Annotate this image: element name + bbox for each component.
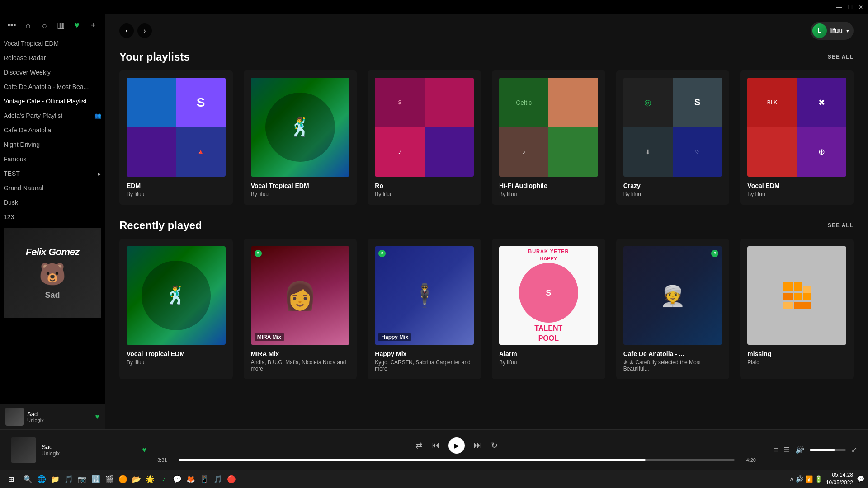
sidebar-item-night-driving[interactable]: Night Driving	[0, 137, 105, 152]
sidebar-item-cafe-most[interactable]: Cafe De Anatolia - Most Bea...	[0, 80, 105, 94]
repeat-button[interactable]: ↻	[491, 441, 498, 450]
sidebar-item-cafe-de-anatolia[interactable]: Cafe De Anatolia	[0, 123, 105, 137]
sidebar-item-discover-weekly[interactable]: Discover Weekly	[0, 65, 105, 80]
dots-icon[interactable]: •••	[7, 20, 16, 31]
taskbar-orange-icon[interactable]: 🟠	[117, 473, 129, 485]
playlist-name-crazy: Crazy	[623, 182, 722, 189]
volume-slider[interactable]	[810, 449, 846, 451]
user-menu-button[interactable]: L lifuu ▼	[811, 22, 854, 40]
recent-cover-mira: 👩 MIRA Mix S	[251, 246, 350, 345]
systray-up-icon[interactable]: ∧	[789, 475, 794, 483]
close-button[interactable]: ✕	[857, 4, 864, 11]
recent-card-missing[interactable]: missing Plaid	[740, 239, 854, 380]
systray-battery-icon[interactable]: 🔋	[815, 475, 822, 483]
play-pause-button[interactable]: ▶	[448, 437, 465, 454]
taskbar-media2-icon[interactable]: 🎬	[103, 473, 116, 485]
taskbar-calc-icon[interactable]: 🔢	[90, 473, 102, 485]
recent-card-cafe[interactable]: 👳 S Cafe De Anatolia - ... ❋ ❋ Carefully…	[616, 239, 730, 380]
taskbar-folder-icon[interactable]: 📂	[130, 473, 143, 485]
taskbar-discord-icon[interactable]: 💬	[171, 473, 184, 485]
taskbar-search-icon[interactable]: 🔍	[22, 473, 34, 485]
sidebar-image-felix[interactable]: Felix Gomez 🐻 Sad	[4, 228, 101, 318]
taskbar-red-icon[interactable]: 🔴	[225, 473, 238, 485]
sidebar-item-test[interactable]: TEST ▶	[0, 166, 105, 181]
forward-button[interactable]: ›	[137, 23, 152, 38]
recent-name-alarm: Alarm	[499, 350, 598, 357]
playlist-owner-crazy: By lifuu	[623, 191, 722, 197]
playlist-name-vtedm: Vocal Tropical EDM	[251, 182, 350, 189]
playlist-card-crazy[interactable]: ◎ S ⬇ ♡ Crazy By lifuu	[616, 70, 730, 205]
playlist-card-vedm[interactable]: BLK ✖ ⊕ Vocal EDM By lifuu	[740, 70, 854, 205]
sidebar-item-vocal-tropical-edm[interactable]: Vocal Tropical EDM	[0, 36, 105, 51]
taskbar-app-icon[interactable]: 🎵	[212, 473, 224, 485]
taskbar-clock[interactable]: 05:14:28 10/05/2022	[826, 471, 853, 487]
fullscreen-button[interactable]: ⤢	[851, 446, 857, 454]
taskbar-whatsapp-icon[interactable]: 📱	[198, 473, 211, 485]
progress-fill	[179, 459, 646, 461]
player-bar: Sad Unlogix ♥ ⇄ ⏮ ▶ ⏭ ↻ 3:31 4:20 ≡ ☰ 🔊 …	[0, 429, 868, 470]
player-track-info: Sad Unlogix ♥	[11, 437, 146, 463]
recent-card-alarm[interactable]: BURAK YETER HAPPY S TALENT POOL Alarm By…	[492, 239, 605, 380]
maximize-button[interactable]: ❐	[846, 4, 854, 11]
volume-button[interactable]: 🔊	[795, 446, 804, 454]
your-playlists-see-all[interactable]: SEE ALL	[828, 54, 854, 60]
search-icon[interactable]: ⌕	[40, 20, 49, 31]
sidebar-item-famous[interactable]: Famous	[0, 152, 105, 166]
taskbar-media-icon[interactable]: 🎵	[62, 473, 75, 485]
total-time: 4:20	[740, 457, 756, 463]
start-button[interactable]: ⊞	[4, 472, 18, 486]
mira-spotify-dot: S	[255, 250, 262, 257]
recent-cover-happy: 🕴 Happy Mix S	[375, 246, 474, 345]
shuffle-button[interactable]: ⇄	[415, 441, 422, 450]
systray-volume-icon[interactable]: 🔊	[796, 475, 803, 483]
previous-button[interactable]: ⏮	[431, 441, 439, 450]
queue-button[interactable]: ☰	[783, 446, 790, 454]
next-button[interactable]: ⏭	[474, 441, 482, 450]
sidebar-item-dusk[interactable]: Dusk	[0, 195, 105, 210]
user-dropdown-icon: ▼	[845, 28, 850, 33]
minimize-button[interactable]: —	[835, 4, 843, 11]
recent-card-vtedm[interactable]: 🕺 Vocal Tropical EDM By lifuu	[119, 239, 233, 380]
taskbar-icons: 🔍 🌐 📁 🎵 📷 🔢 🎬 🟠 📂 🌟 ♪ 💬 🦊 📱 🎵 🔴	[22, 473, 238, 485]
back-button[interactable]: ‹	[119, 23, 134, 38]
playlist-card-hifi[interactable]: Celtic ♪ Hi-Fi Audiophile By lifuu	[492, 70, 605, 205]
taskbar-firefox-icon[interactable]: 🦊	[184, 473, 197, 485]
taskbar-photos-icon[interactable]: 📷	[76, 473, 89, 485]
library-icon[interactable]: ▥	[56, 20, 65, 31]
sidebar-item-release-radar[interactable]: Release Radar	[0, 51, 105, 65]
recently-played-title: Recently played	[119, 219, 202, 232]
sidebar-item-adelas-party[interactable]: Adela's Party Playlist 👥	[0, 108, 105, 123]
add-playlist-icon[interactable]: +	[89, 20, 98, 31]
sidebar-item-vintage-cafe[interactable]: Vintage Café - Official Playlist	[0, 94, 105, 108]
systray-network-icon[interactable]: 📶	[805, 475, 813, 483]
mira-mix-label: MIRA Mix	[255, 333, 284, 341]
playlist-cover-hifi: Celtic ♪	[499, 78, 598, 177]
taskbar-file-icon[interactable]: 📁	[49, 473, 61, 485]
taskbar-edge-icon[interactable]: 🌐	[35, 473, 48, 485]
playlist-name-edm: EDM	[127, 182, 226, 189]
like-button[interactable]: ♥	[142, 446, 147, 454]
recent-name-mira: MIRA Mix	[251, 350, 350, 357]
taskbar-star-icon[interactable]: 🌟	[144, 473, 156, 485]
top-navigation: ‹ › L lifuu ▼	[105, 14, 868, 43]
recent-owner-missing: Plaid	[747, 359, 846, 366]
home-icon[interactable]: ⌂	[24, 20, 33, 31]
playlist-card-edm[interactable]: S 🔺 EDM By lifuu	[119, 70, 233, 205]
playlist-card-ro[interactable]: ♀ ♪ Ro By lifuu	[368, 70, 481, 205]
recent-card-happy[interactable]: 🕴 Happy Mix S Happy Mix Kygo, CARSTN, Sa…	[368, 239, 481, 380]
sidebar-item-grand-natural[interactable]: Grand Natural	[0, 181, 105, 195]
playlist-card-vtedm[interactable]: 🕺 Vocal Tropical EDM By lifuu	[244, 70, 357, 205]
sidebar-heart-icon[interactable]: ♥	[95, 413, 100, 421]
recent-name-missing: missing	[747, 350, 846, 357]
progress-track[interactable]	[179, 459, 735, 461]
sidebar-item-123[interactable]: 123	[0, 210, 105, 224]
notification-icon[interactable]: 💬	[857, 475, 864, 483]
recently-played-see-all[interactable]: SEE ALL	[828, 222, 854, 229]
lyrics-button[interactable]: ≡	[774, 446, 778, 454]
playlist-name-vedm: Vocal EDM	[747, 182, 846, 189]
sidebar-top-nav: ••• ⌂ ⌕ ▥ ♥ +	[0, 14, 105, 36]
heart-icon[interactable]: ♥	[72, 20, 81, 31]
current-time: 3:31	[157, 457, 173, 463]
recent-card-mira[interactable]: 👩 MIRA Mix S MIRA Mix Andia, B.U.G. Mafi…	[244, 239, 357, 380]
taskbar-spotify-icon[interactable]: ♪	[157, 473, 170, 485]
